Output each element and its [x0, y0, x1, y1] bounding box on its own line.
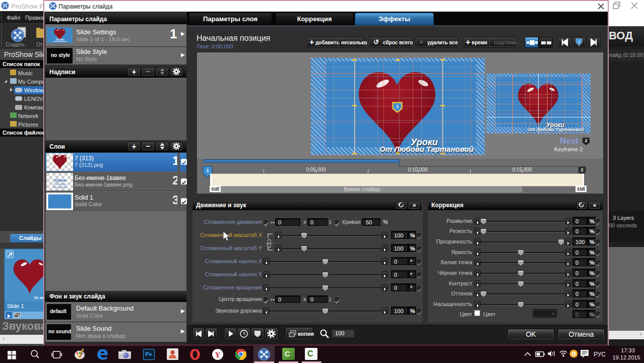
- svg-text:2: 2: [585, 138, 587, 143]
- svg-text:1: 1: [396, 104, 399, 109]
- svg-text:Y: Y: [215, 351, 221, 359]
- svg-text:2: 2: [581, 167, 583, 172]
- svg-text:1: 1: [206, 168, 209, 173]
- svg-text:Уроки: Уроки: [56, 38, 65, 41]
- svg-text:1: 1: [578, 39, 581, 44]
